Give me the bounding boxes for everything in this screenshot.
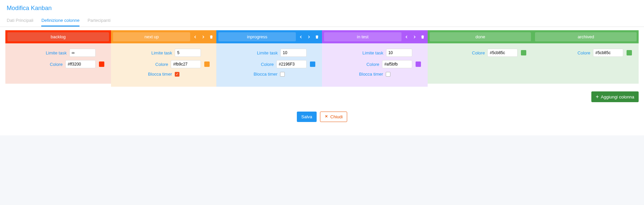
color-swatch[interactable] xyxy=(204,62,210,67)
column-body: Limite taskColoreBlocca timer xyxy=(216,43,322,87)
close-icon xyxy=(324,114,328,119)
column-body: Colore xyxy=(428,43,533,84)
limit-label: Limite task xyxy=(363,50,383,55)
page-title: Modifica Kanban xyxy=(0,0,644,15)
kanban-column: doneColore xyxy=(428,30,533,87)
tab-2[interactable]: Partecipanti xyxy=(88,15,111,27)
chevron-right-icon[interactable] xyxy=(412,34,418,40)
tab-1[interactable]: Definizione colonne xyxy=(41,15,79,27)
kanban-column: inprogressLimite taskColoreBlocca timer xyxy=(216,30,322,87)
columns-container: backlogLimite taskColorenext upLimite ta… xyxy=(0,27,644,87)
limit-field: Limite task xyxy=(12,49,104,57)
column-title-button[interactable]: inprogress xyxy=(218,32,296,41)
color-swatch[interactable] xyxy=(99,62,104,67)
block-timer-field: Blocca timer xyxy=(223,72,315,77)
color-swatch[interactable] xyxy=(310,62,315,67)
chevron-right-icon[interactable] xyxy=(306,34,312,40)
column-title-button[interactable]: backlog xyxy=(7,32,109,41)
column-title-button[interactable]: next up xyxy=(113,32,191,41)
block-timer-label: Blocca timer xyxy=(359,72,383,77)
trash-icon[interactable] xyxy=(420,34,426,40)
column-body: Limite taskColoreBlocca timer xyxy=(322,43,428,87)
kanban-edit-panel: Modifica Kanban Dati PrincipaliDefinizio… xyxy=(0,0,644,135)
color-label: Colore xyxy=(578,50,590,55)
column-body: Limite taskColore xyxy=(5,43,111,84)
limit-input[interactable] xyxy=(175,49,201,57)
column-title-button[interactable]: archived xyxy=(535,32,637,41)
column-title-button[interactable]: done xyxy=(430,32,531,41)
limit-input[interactable] xyxy=(386,49,412,57)
chevron-right-icon[interactable] xyxy=(200,34,206,40)
kanban-column: next upLimite taskColoreBlocca timer xyxy=(111,30,217,87)
column-header: archived xyxy=(533,30,639,43)
color-label: Colore xyxy=(50,62,62,67)
add-column-label: Aggiungi colonna xyxy=(601,94,634,99)
color-label: Colore xyxy=(155,62,168,67)
color-field: Colore xyxy=(329,60,421,68)
limit-field: Limite task xyxy=(329,49,421,57)
save-button[interactable]: Salva xyxy=(297,112,317,122)
plus-icon xyxy=(596,94,599,99)
save-label: Salva xyxy=(301,114,312,119)
color-field: Colore xyxy=(12,60,104,68)
tabs-bar: Dati PrincipaliDefinizione colonnePartec… xyxy=(0,15,644,27)
kanban-column: backlogLimite taskColore xyxy=(5,30,111,87)
color-input[interactable] xyxy=(171,60,201,68)
limit-field: Limite task xyxy=(223,49,315,57)
column-header: done xyxy=(428,30,533,43)
block-timer-checkbox[interactable] xyxy=(386,72,390,77)
color-swatch[interactable] xyxy=(521,50,526,55)
trash-icon[interactable] xyxy=(208,34,214,40)
block-timer-checkbox[interactable] xyxy=(280,72,285,77)
limit-label: Limite task xyxy=(257,50,278,55)
color-field: Colore xyxy=(434,49,527,57)
color-field: Colore xyxy=(223,60,315,68)
column-body: Limite taskColoreBlocca timer xyxy=(111,43,217,87)
color-label: Colore xyxy=(366,62,379,67)
tab-0[interactable]: Dati Principali xyxy=(7,15,33,27)
block-timer-label: Blocca timer xyxy=(254,72,278,77)
chevron-left-icon[interactable] xyxy=(298,34,304,40)
color-swatch[interactable] xyxy=(627,50,632,55)
column-title-button[interactable]: in test xyxy=(324,32,401,41)
column-header: in test xyxy=(322,30,428,43)
color-label: Colore xyxy=(472,50,485,55)
column-header: inprogress xyxy=(216,30,322,43)
close-label: Chiudi xyxy=(330,114,343,119)
color-field: Colore xyxy=(540,49,632,57)
kanban-column: in testLimite taskColoreBlocca timer xyxy=(322,30,428,87)
trash-icon[interactable] xyxy=(314,34,320,40)
kanban-column: archivedColore xyxy=(533,30,639,87)
color-input[interactable] xyxy=(276,60,307,68)
block-timer-field: Blocca timer xyxy=(118,72,210,77)
column-body: Colore xyxy=(533,43,639,84)
limit-input[interactable] xyxy=(280,49,307,57)
limit-input[interactable] xyxy=(69,49,96,57)
chevron-left-icon[interactable] xyxy=(404,34,410,40)
color-input[interactable] xyxy=(593,49,623,57)
color-label: Colore xyxy=(261,62,274,67)
block-timer-checkbox[interactable] xyxy=(175,72,179,77)
column-header: next up xyxy=(111,30,217,43)
color-input[interactable] xyxy=(382,60,412,68)
block-timer-field: Blocca timer xyxy=(329,72,421,77)
color-input[interactable] xyxy=(65,60,96,68)
footer-actions: Salva Chiudi xyxy=(0,107,644,135)
column-header: backlog xyxy=(5,30,111,43)
limit-label: Limite task xyxy=(151,50,172,55)
color-input[interactable] xyxy=(487,49,518,57)
limit-label: Limite task xyxy=(46,50,67,55)
close-button[interactable]: Chiudi xyxy=(320,112,347,122)
chevron-left-icon[interactable] xyxy=(192,34,198,40)
block-timer-label: Blocca timer xyxy=(148,72,172,77)
limit-field: Limite task xyxy=(118,49,210,57)
color-swatch[interactable] xyxy=(416,62,421,67)
actions-bar: Aggiungi colonna xyxy=(0,87,644,107)
color-field: Colore xyxy=(118,60,210,68)
add-column-button[interactable]: Aggiungi colonna xyxy=(591,91,639,102)
